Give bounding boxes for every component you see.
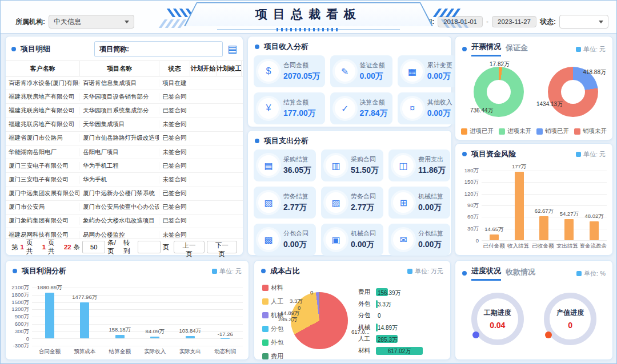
legend-item: 费用 [262,352,283,361]
bar-column: -17.26 [208,288,243,346]
legend-label: 进项已开 [470,127,494,135]
panel-title-row: 成本占比 单位: 万元 [254,261,450,278]
stat-card: ✓决算金额27.84万 [330,92,392,124]
stat-card: ▥采购合同51.50万 [321,149,383,181]
subcontract-contract-icon: ▩ [258,229,279,250]
tab-invoice-status[interactable]: 开票情况 [471,42,501,56]
project-abbr-input[interactable] [131,43,222,55]
table-cell: 已签合同 [159,162,190,170]
settlement-doc-icon: ¥ [258,98,279,119]
table-cell: 厦门市公安局 [6,203,80,211]
table-row[interactable]: 厦门中远集团发展有限公司厦门中远新办公楼门禁系统已签合同 [6,187,243,201]
pager-text: 第 [11,243,18,252]
expense-analysis-panel: 项目支出分析 ▤采购结算36.05万▥采购合同51.50万◫费用支出11.86万… [247,130,452,256]
table-cell: 岳阳电厂项目 [80,148,159,156]
bar [490,234,499,240]
table-cell: 百诺肯净水设备(厦门)有限公司 [6,79,80,87]
unit-legend: 单位: 元 [576,45,606,54]
total-records: 22 [64,244,71,250]
expense-cards: ▤采购结算36.05万▥采购合同51.50万◫费用支出11.86万▧劳务结算2.… [248,148,451,256]
bar-column: 54.27万 [556,171,582,240]
stat-card-value: 0.00万 [351,240,376,250]
category-label: 合同金额 [32,346,67,355]
table-row[interactable]: 华能湖南岳阳电厂岳阳电厂项目未签合同 [6,145,243,159]
table-cell: 已签合同 [159,203,190,211]
legend-swatch-icon [461,128,467,135]
stat-card: ⊞机械结算0.00万 [388,187,450,219]
legend-label: 费用 [271,352,283,361]
pager-text: 页 共 [26,238,40,256]
org-select[interactable]: 中天信息 [49,15,134,29]
gauge-label: 工期进度 [484,308,511,318]
table-row[interactable]: 厦门象屿集团有限公司象屿办公大楼水电改造项目已签合同 [6,215,243,228]
pager-text: 页 [163,243,170,252]
date-to-input[interactable]: 2023-11-27 [492,16,536,27]
next-page-button[interactable]: 下一页 [207,241,237,253]
table-row[interactable]: 百诺肯净水设备(厦门)有限公司百诺肯信息集成项目项目在建 [6,76,243,90]
list-icon[interactable]: ▤ [227,44,237,54]
table-cell: 已签合同 [159,93,190,101]
legend-item: 销项已开 [536,127,569,135]
table-row[interactable]: 福建兆联房地产有限公司天华园项目设备销售部分已签合同 [6,90,243,104]
pie-point-label: 617.0... [351,329,370,335]
gauge-dot-icon [545,331,552,338]
legend-swatch-icon [262,353,269,359]
tab-deposit[interactable]: 保证金 [506,43,528,56]
table-row[interactable]: 厦门三安电子有限公司华为手机未签合同 [6,173,243,187]
bar-column: 1880.89万 [32,288,67,346]
final-accounts-chart-icon: ✓ [335,98,355,119]
pager-text: 条/页 [107,238,121,256]
axis-tick-label: 180万 [464,167,479,175]
bullet-icon [255,139,259,143]
change-blocks-icon: ▦ [402,61,423,82]
status-select[interactable] [559,15,608,29]
bar [115,335,125,339]
table-row[interactable]: 福建省厦门市公路局厦门市仙岳路路灯升级改造项目已签合同 [6,132,243,145]
hbar-value-label: 14.89万 [378,324,398,332]
stat-card-label: 决算金额 [360,98,388,107]
unit-legend: 单位: 元 [576,150,606,159]
total-pages: 1 [42,244,46,250]
hbar-row: 外包3.3万 [358,298,446,310]
unit-swatch-icon [576,47,581,52]
tab-progress-status[interactable]: 进度状况 [471,266,501,281]
stat-card: ▧劳务结算2.77万 [254,187,316,219]
table-row[interactable]: 福建兆联房地产有限公司天华园集成项目未签合同 [6,118,243,132]
gauge-charts: 工期进度 0.04 产值进度 0 [461,286,607,351]
hbar-track: 285.3万 [376,335,446,343]
bar [564,219,574,240]
panel-title: 项目利润分析 [22,266,66,276]
y-axis: 180万150万120万90万60万30万0 [459,171,482,240]
table-row[interactable]: 厦门市公安局厦门市公安局侦查中心办公设...已签合同 [6,201,243,215]
bar-value-label: 158.18万 [109,326,131,334]
legend-swatch-icon [262,285,269,291]
hbar-row: 机械14.89万 [358,322,446,334]
axis-tick-label: 120万 [464,190,479,197]
table-row[interactable]: 厦门三安电子有限公司华为手机工程已签合同 [6,159,243,173]
bullet-icon [11,47,16,51]
category-label: 收入结算 [506,240,531,249]
stat-card-value: 0.00万 [427,71,452,82]
gauge-label: 产值进度 [556,308,584,318]
table-cell: 天华园项目设备销售部分 [80,93,159,101]
goto-page-input[interactable] [138,241,161,253]
date-separator: - [486,18,488,26]
panel-title-row: 项目收入分析 [248,37,451,54]
table-row[interactable]: 福建兆联房地产有限公司天华园项目系统集成部分已签合同 [6,104,243,118]
per-page-input[interactable] [82,241,105,253]
table-cell: 易网办公楼监控 [80,231,159,239]
pager-text: 条 [74,243,81,252]
unit-swatch-icon [576,271,582,276]
stat-card-text: 机械合同0.00万 [351,229,376,250]
table-cell: 未签合同 [159,176,190,184]
stat-card-text: 采购结算36.05万 [283,155,311,176]
tab-collection-status[interactable]: 收款情况 [506,267,535,280]
labor-contract-icon: ▨ [326,192,346,213]
legend-item: 外包 [262,338,283,347]
hbar-track: 14.89万 [376,323,446,331]
gridline [32,346,243,346]
stat-card-label: 机械结算 [418,192,443,201]
table-header-row: 客户名称项目名称状态计划开始计划竣工 [6,60,243,76]
pie-point-label: 0 [310,289,313,296]
prev-page-button[interactable]: 上一页 [174,241,204,253]
